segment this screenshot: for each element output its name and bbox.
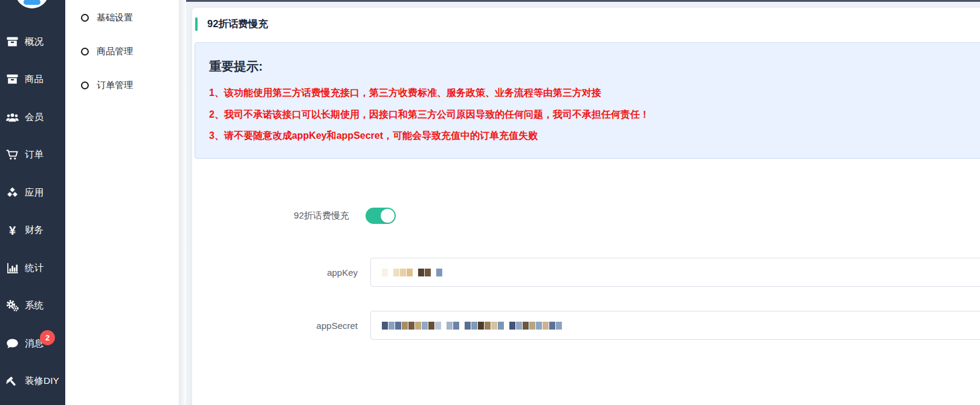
comment-icon <box>5 337 19 351</box>
title-accent-bar <box>195 18 198 31</box>
sidebar-item-label: 装修DIY <box>25 375 59 387</box>
sidebar-item-label: 财务 <box>25 224 44 237</box>
appkey-row: appKey <box>192 258 980 287</box>
appsecret-row: appSecret <box>192 311 980 340</box>
sidebar-item-system[interactable]: 系统 <box>0 287 65 325</box>
logo-glyph <box>24 0 40 5</box>
scrollbar-gutter[interactable] <box>179 0 186 405</box>
box-icon <box>5 35 19 49</box>
gavel-icon <box>5 374 19 388</box>
admin-app: 概况 商品 会员 <box>0 0 980 405</box>
submenu-item-order-management[interactable]: 订单管理 <box>65 68 185 102</box>
submenu-item-basic-settings[interactable]: 基础设置 <box>65 1 185 34</box>
cubes-icon <box>5 186 19 200</box>
primary-sidebar: 概况 商品 会员 <box>0 0 65 405</box>
sidebar-item-apps[interactable]: 应用 <box>0 174 65 212</box>
masked-value <box>382 322 563 330</box>
sidebar-item-label: 商品 <box>25 73 44 86</box>
users-icon <box>5 110 19 124</box>
sidebar-item-messages[interactable]: 消息 2 <box>0 325 65 363</box>
submenu-item-label: 基础设置 <box>97 12 133 24</box>
settings-card: 92折话费慢充 重要提示: 1、该功能使用第三方话费慢充接口，第三方收费标准、服… <box>192 8 980 405</box>
gears-icon <box>5 299 19 313</box>
sidebar-item-overview[interactable]: 概况 <box>0 23 65 61</box>
circle-bullet-icon <box>81 81 89 89</box>
sidebar-item-label: 订单 <box>25 148 44 161</box>
submenu-item-label: 商品管理 <box>97 46 133 57</box>
toggle-knob <box>381 209 395 223</box>
cart-icon <box>5 148 19 162</box>
app-logo[interactable] <box>15 0 49 8</box>
sidebar-item-label: 应用 <box>25 187 44 199</box>
sidebar-item-members[interactable]: 会员 <box>0 98 65 136</box>
yen-icon: ¥ <box>5 223 19 237</box>
main-content: 92折话费慢充 重要提示: 1、该功能使用第三方话费慢充接口，第三方收费标准、服… <box>185 0 980 405</box>
sidebar-item-diy[interactable]: 装修DIY <box>0 363 65 401</box>
feature-toggle-switch[interactable] <box>366 208 396 224</box>
submenu-item-label: 订单管理 <box>97 80 133 91</box>
logo-area <box>0 0 65 23</box>
message-count-badge: 2 <box>40 330 55 345</box>
appsecret-label: appSecret <box>192 320 358 331</box>
toggle-label: 92折话费慢充 <box>192 210 358 222</box>
page-title: 92折话费慢充 <box>207 18 268 31</box>
sidebar-item-goods[interactable]: 商品 <box>0 61 65 99</box>
sidebar-item-stats[interactable]: 统计 <box>0 249 65 287</box>
alert-line: 1、该功能使用第三方话费慢充接口，第三方收费标准、服务政策、业务流程等由第三方对… <box>209 88 980 98</box>
alert-line: 3、请不要随意改成appKey和appSecret，可能会导致充值中的订单充值失… <box>209 130 980 141</box>
submenu-item-goods-management[interactable]: 商品管理 <box>65 34 185 68</box>
appkey-label: appKey <box>192 267 358 278</box>
box-icon <box>5 72 19 86</box>
masked-value <box>382 269 443 276</box>
sidebar-item-label: 统计 <box>25 262 44 275</box>
important-notice-alert: 重要提示: 1、该功能使用第三方话费慢充接口，第三方收费标准、服务政策、业务流程… <box>195 42 980 159</box>
alert-line: 2、我司不承诺该接口可以长期使用，因接口和第三方公司原因导致的任何问题，我司不承… <box>209 109 980 120</box>
sidebar-item-orders[interactable]: 订单 <box>0 136 65 174</box>
secondary-sidebar: 基础设置 商品管理 订单管理 <box>65 0 185 405</box>
circle-bullet-icon <box>81 48 89 56</box>
sidebar-item-label: 会员 <box>25 111 44 124</box>
chart-bar-icon <box>5 261 19 275</box>
alert-title: 重要提示: <box>209 58 980 75</box>
appsecret-input[interactable] <box>370 311 980 340</box>
sidebar-item-label: 概况 <box>25 36 44 48</box>
toggle-row: 92折话费慢充 <box>192 207 980 224</box>
circle-bullet-icon <box>81 14 89 22</box>
card-title-row: 92折话费慢充 <box>195 18 268 31</box>
sidebar-item-label: 系统 <box>25 299 44 312</box>
appkey-input[interactable] <box>370 258 980 287</box>
sidebar-item-finance[interactable]: ¥ 财务 <box>0 212 65 250</box>
